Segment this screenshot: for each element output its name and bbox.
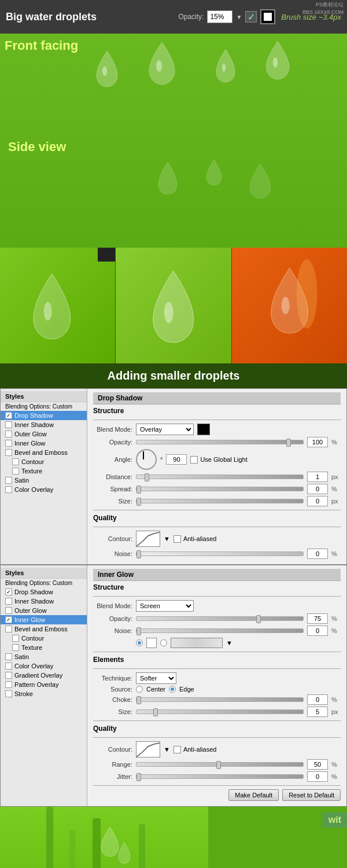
opacity-thumb-1[interactable]	[286, 439, 291, 447]
gradient-arrow-2[interactable]: ▼	[226, 639, 232, 646]
make-default-button[interactable]: Make Default	[228, 789, 279, 801]
pattern-overlay-item-2[interactable]: Pattern Overlay	[1, 680, 87, 689]
noise-value-2[interactable]	[307, 626, 328, 636]
color-overlay-item-1[interactable]: Color Overlay	[1, 485, 87, 494]
pattern-overlay-checkbox-2[interactable]	[5, 681, 12, 688]
contour-preview-2[interactable]	[136, 741, 160, 757]
choke-value-2[interactable]	[307, 694, 328, 705]
inner-shadow-item-2[interactable]: Inner Shadow	[1, 597, 87, 606]
size-thumb-1[interactable]	[136, 498, 141, 506]
anti-aliased-checkbox-1[interactable]	[174, 535, 181, 543]
opacity-value-1[interactable]	[307, 437, 328, 447]
color-overlay-checkbox-1[interactable]	[5, 486, 12, 493]
drop-shadow-item-1[interactable]: Drop Shadow	[1, 411, 87, 420]
distance-value-1[interactable]	[307, 472, 328, 482]
opacity-value-2[interactable]	[307, 613, 328, 624]
opacity-input[interactable]	[207, 10, 232, 23]
jitter-thumb-2[interactable]	[136, 773, 141, 781]
size-slider-1[interactable]	[136, 499, 304, 503]
contour-checkbox-2[interactable]	[12, 635, 19, 642]
outer-glow-item-1[interactable]: Outer Glow	[1, 429, 87, 439]
noise-thumb-1[interactable]	[136, 550, 141, 558]
technique-select-2[interactable]: Softer Precise	[136, 672, 176, 684]
outer-glow-checkbox-2[interactable]	[5, 607, 12, 614]
distance-thumb-1[interactable]	[145, 473, 149, 481]
reset-to-default-button[interactable]: Reset to Default	[282, 789, 341, 801]
source-center-radio[interactable]	[136, 686, 143, 693]
bevel-emboss-item-1[interactable]: Bevel and Emboss	[1, 448, 87, 457]
contour-preview-1[interactable]	[136, 531, 160, 547]
global-light-checkbox[interactable]	[190, 456, 198, 464]
jitter-value-2[interactable]	[307, 771, 328, 782]
blending-options-item-2[interactable]: Blending Options: Custom	[1, 579, 87, 587]
drop-shadow-checkbox-2[interactable]	[5, 589, 12, 595]
noise-slider-1[interactable]	[136, 551, 304, 556]
contour-arrow-2[interactable]: ▼	[164, 746, 170, 753]
contour-item-1[interactable]: Contour	[1, 457, 87, 466]
spread-slider-1[interactable]	[136, 487, 304, 491]
angle-value-1[interactable]	[166, 454, 187, 465]
contour-checkbox-1[interactable]	[12, 458, 19, 465]
blending-options-item-1[interactable]: Blending Options: Custom	[1, 402, 87, 411]
bevel-emboss-item-2[interactable]: Bevel and Emboss	[1, 624, 87, 634]
range-slider-2[interactable]	[136, 762, 304, 767]
outer-glow-item-2[interactable]: Outer Glow	[1, 606, 87, 615]
inner-glow-checkbox-1[interactable]	[5, 440, 12, 447]
angle-circle-1[interactable]	[136, 449, 157, 470]
contour-item-2[interactable]: Contour	[1, 634, 87, 643]
contour-arrow-1[interactable]: ▼	[164, 535, 170, 542]
color-radio-2[interactable]	[136, 639, 143, 646]
noise-slider-2[interactable]	[136, 628, 304, 633]
jitter-slider-2[interactable]	[136, 774, 304, 779]
noise-thumb-2[interactable]	[136, 627, 141, 635]
inner-shadow-item-1[interactable]: Inner Shadow	[1, 420, 87, 429]
spread-value-1[interactable]	[307, 484, 328, 494]
range-value-2[interactable]	[307, 759, 328, 770]
opacity-slider-1[interactable]	[136, 440, 304, 444]
source-edge-radio[interactable]	[169, 686, 176, 693]
blend-mode-select-1[interactable]: Overlay Normal Multiply	[136, 424, 194, 435]
gradient-radio-2[interactable]	[160, 639, 167, 646]
texture-checkbox-1[interactable]	[12, 468, 19, 475]
size-slider-2[interactable]	[136, 709, 304, 714]
choke-slider-2[interactable]	[136, 697, 304, 702]
inner-shadow-checkbox-2[interactable]	[5, 598, 12, 605]
noise-value-1[interactable]	[307, 549, 328, 559]
texture-item-1[interactable]: Texture	[1, 466, 87, 476]
opacity-checkbox[interactable]: ✓	[245, 11, 257, 23]
choke-thumb-2[interactable]	[136, 696, 141, 704]
outer-glow-checkbox-1[interactable]	[5, 431, 12, 437]
color-swatch-white[interactable]	[146, 638, 157, 648]
range-thumb-2[interactable]	[216, 761, 221, 769]
color-overlay-checkbox-2[interactable]	[5, 663, 12, 670]
spread-thumb-1[interactable]	[136, 486, 141, 494]
stroke-checkbox-2[interactable]	[5, 690, 12, 697]
opacity-thumb-2[interactable]	[256, 615, 261, 623]
texture-item-2[interactable]: Texture	[1, 643, 87, 652]
stroke-item-2[interactable]: Stroke	[1, 689, 87, 698]
color-overlay-item-2[interactable]: Color Overlay	[1, 661, 87, 671]
satin-checkbox-2[interactable]	[5, 653, 12, 660]
gradient-overlay-item-2[interactable]: Gradient Overlay	[1, 671, 87, 680]
blend-color-box-1[interactable]	[197, 424, 210, 435]
bevel-emboss-checkbox-2[interactable]	[5, 626, 12, 632]
distance-slider-1[interactable]	[136, 475, 304, 479]
anti-aliased-checkbox-2[interactable]	[174, 746, 181, 753]
inner-glow-checkbox-2[interactable]	[5, 616, 12, 623]
gradient-overlay-checkbox-2[interactable]	[5, 672, 12, 679]
drop-shadow-item-2[interactable]: Drop Shadow	[1, 587, 87, 597]
gradient-preview-2[interactable]	[171, 638, 223, 648]
drop-shadow-checkbox-1[interactable]	[5, 412, 12, 419]
opacity-dropdown-icon[interactable]: ▼	[236, 14, 242, 20]
blend-mode-select-2[interactable]: Screen Normal Overlay	[136, 600, 194, 612]
opacity-slider-2[interactable]	[136, 616, 304, 621]
inner-glow-item-1[interactable]: Inner Glow	[1, 439, 87, 448]
texture-checkbox-2[interactable]	[12, 644, 19, 651]
inner-glow-item-2[interactable]: Inner Glow	[1, 615, 87, 624]
size-value-2[interactable]	[307, 707, 328, 717]
satin-checkbox-1[interactable]	[5, 477, 12, 484]
size-value-1[interactable]	[307, 496, 328, 506]
bevel-emboss-checkbox-1[interactable]	[5, 449, 12, 456]
satin-item-1[interactable]: Satin	[1, 476, 87, 485]
satin-item-2[interactable]: Satin	[1, 652, 87, 661]
